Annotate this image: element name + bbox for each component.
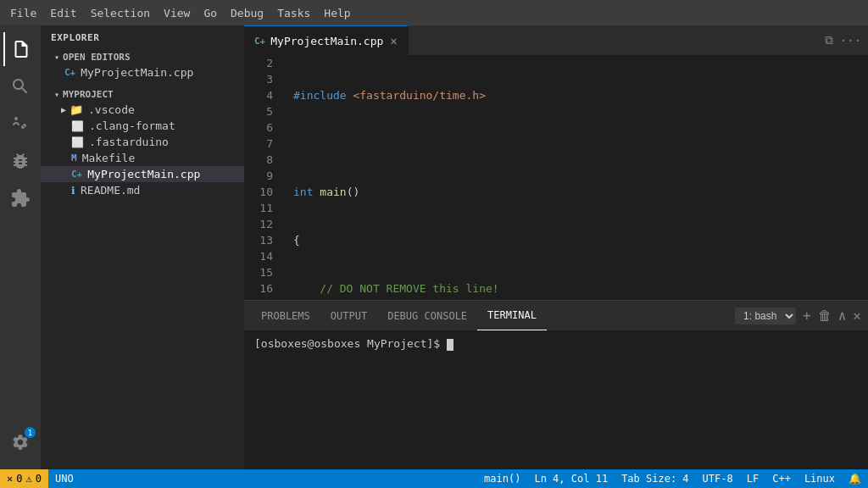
bottom-panel: PROBLEMS OUTPUT DEBUG CONSOLE TERMINAL 1…: [244, 300, 868, 469]
statusbar: ✕ 0 ⚠ 0 UNO main() Ln 4, Col 11 Tab Size…: [0, 469, 868, 488]
position-item[interactable]: Ln 4, Col 11: [527, 469, 615, 488]
platform-item[interactable]: Linux: [798, 469, 842, 488]
line-ending-item[interactable]: LF: [740, 469, 765, 488]
readme-file[interactable]: ℹ README.md: [41, 182, 244, 198]
editor-scrollbar[interactable]: [856, 55, 868, 300]
terminal-cursor: [447, 339, 453, 351]
terminal-select[interactable]: 1: bash: [735, 308, 796, 324]
line-ending-label: LF: [747, 473, 759, 485]
add-terminal-button[interactable]: +: [803, 308, 811, 324]
main-area: 1 EXPLORER ▾ OPEN EDITORS C+ MyProjectMa…: [0, 25, 868, 469]
editor-area: C+ MyProjectMain.cpp ✕ ⧉ ··· 2 3 4 5 6 7…: [244, 25, 868, 469]
fastarduino-file-icon: ⬜: [71, 136, 84, 148]
kill-terminal-button[interactable]: 🗑: [818, 308, 832, 324]
terminal-tab[interactable]: TERMINAL: [477, 301, 547, 330]
open-editors-section[interactable]: ▾ OPEN EDITORS: [41, 50, 244, 64]
platform-label: Linux: [804, 473, 835, 485]
source-control-activity-icon[interactable]: [3, 107, 37, 141]
explorer-activity-icon[interactable]: [3, 32, 37, 66]
warning-count: 0: [36, 473, 42, 485]
readme-name: README.md: [81, 184, 140, 197]
open-editors-label: OPEN EDITORS: [63, 52, 130, 63]
project-section[interactable]: ▾ MYPROJECT: [41, 87, 244, 102]
code-editor[interactable]: #include <fastarduino/time.h> int main()…: [287, 55, 856, 300]
vscode-arrow: ▶: [61, 105, 66, 114]
project-arrow: ▾: [54, 90, 59, 99]
myprojectmain-file[interactable]: C+ MyProjectMain.cpp: [41, 166, 244, 182]
open-file-name: MyProjectMain.cpp: [81, 66, 193, 79]
explorer-title: EXPLORER: [41, 25, 244, 47]
error-count: 0: [16, 473, 22, 485]
vscode-name: .vscode: [88, 103, 135, 116]
close-panel-button[interactable]: ✕: [853, 308, 861, 324]
collapse-panel-button[interactable]: ∧: [838, 308, 847, 324]
readme-icon: ℹ: [71, 185, 75, 197]
line-numbers: 2 3 4 5 6 7 8 9 10 11 12 13 14 15 16: [244, 55, 287, 300]
project-label: MYPROJECT: [63, 89, 114, 100]
settings-activity-icon[interactable]: 1: [3, 425, 37, 459]
status-errors-warnings[interactable]: ✕ 0 ⚠ 0: [0, 469, 48, 488]
encoding-item[interactable]: UTF-8: [696, 469, 740, 488]
split-editor-icon[interactable]: ⧉: [825, 33, 833, 47]
editor-content[interactable]: 2 3 4 5 6 7 8 9 10 11 12 13 14 15 16 #in…: [244, 55, 868, 300]
menu-help[interactable]: Help: [317, 3, 357, 23]
open-file-myprojectmain[interactable]: C+ MyProjectMain.cpp: [41, 64, 244, 80]
myprojectmain-name: MyProjectMain.cpp: [87, 168, 200, 180]
extensions-activity-icon[interactable]: [3, 181, 37, 215]
function-label: main(): [484, 473, 520, 485]
menu-selection[interactable]: Selection: [84, 3, 157, 23]
problems-tab[interactable]: PROBLEMS: [251, 301, 320, 330]
status-left: ✕ 0 ⚠ 0 UNO: [0, 469, 81, 488]
folder-icon: 📁: [70, 103, 83, 116]
menu-debug[interactable]: Debug: [224, 3, 270, 23]
debug-console-tab[interactable]: DEBUG CONSOLE: [377, 301, 477, 330]
fastarduino-name: .fastarduino: [89, 136, 169, 148]
bell-icon: 🔔: [849, 473, 861, 485]
language-item[interactable]: C++: [765, 469, 798, 488]
board-label: UNO: [55, 473, 74, 485]
encoding-label: UTF-8: [703, 473, 733, 485]
language-label: C++: [772, 473, 791, 485]
more-actions-icon[interactable]: ···: [840, 34, 861, 47]
board-item[interactable]: UNO: [48, 469, 81, 488]
open-editors-arrow: ▾: [54, 53, 59, 62]
fastarduino-file[interactable]: ⬜ .fastarduino: [41, 134, 244, 150]
tab-filename: MyProjectMain.cpp: [270, 35, 383, 47]
menu-go[interactable]: Go: [197, 3, 224, 23]
menu-tasks[interactable]: Tasks: [270, 3, 317, 23]
panel-actions: 1: bash + 🗑 ∧ ✕: [735, 301, 861, 330]
error-icon: ✕: [7, 473, 13, 485]
editor-tab-myprojectmain[interactable]: C+ MyProjectMain.cpp ✕: [244, 25, 409, 55]
vscode-folder[interactable]: ▶ 📁 .vscode: [41, 102, 244, 118]
activitybar-bottom: 1: [3, 425, 37, 463]
tab-size-item[interactable]: Tab Size: 4: [615, 469, 695, 488]
tab-cpp-icon: C+: [254, 36, 265, 47]
debug-activity-icon[interactable]: [3, 144, 37, 178]
notification-badge: 1: [25, 427, 36, 438]
function-item[interactable]: main(): [477, 469, 527, 488]
output-tab[interactable]: OUTPUT: [320, 301, 377, 330]
menu-edit[interactable]: Edit: [43, 3, 83, 23]
main-cpp-icon: C+: [71, 169, 82, 180]
terminal-prompt: [osboxes@osboxes MyProject]$: [254, 337, 447, 350]
clang-format-file[interactable]: ⬜ .clang-format: [41, 118, 244, 134]
activitybar: 1: [0, 25, 41, 469]
terminal-content[interactable]: [osboxes@osboxes MyProject]$: [244, 330, 868, 469]
status-right: main() Ln 4, Col 11 Tab Size: 4 UTF-8 LF…: [477, 469, 868, 488]
menubar: File Edit Selection View Go Debug Tasks …: [0, 0, 868, 25]
makefile-file[interactable]: M Makefile: [41, 150, 244, 166]
tab-close-button[interactable]: ✕: [390, 34, 397, 47]
panel-tabs: PROBLEMS OUTPUT DEBUG CONSOLE TERMINAL 1…: [244, 301, 868, 330]
makefile-name: Makefile: [82, 152, 136, 164]
tab-size-label: Tab Size: 4: [621, 473, 688, 485]
menu-file[interactable]: File: [3, 3, 43, 23]
tab-actions: ⧉ ···: [825, 25, 868, 55]
notification-item[interactable]: 🔔: [842, 469, 868, 488]
clang-format-name: .clang-format: [89, 119, 175, 132]
menu-view[interactable]: View: [157, 3, 197, 23]
tabbar: C+ MyProjectMain.cpp ✕ ⧉ ···: [244, 25, 868, 55]
sidebar: EXPLORER ▾ OPEN EDITORS C+ MyProjectMain…: [41, 25, 244, 469]
cpp-file-icon: C+: [64, 67, 75, 78]
position-label: Ln 4, Col 11: [534, 473, 608, 485]
search-activity-icon[interactable]: [3, 69, 37, 103]
